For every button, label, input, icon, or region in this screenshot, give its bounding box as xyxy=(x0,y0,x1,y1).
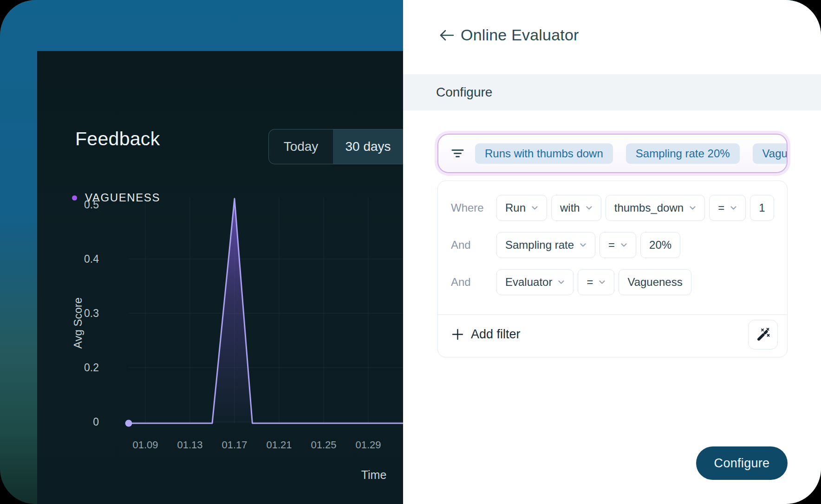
filter-select[interactable]: Sampling rate xyxy=(496,232,595,258)
filter-field-label: Evaluator xyxy=(505,276,552,289)
chevron-down-icon xyxy=(558,280,565,284)
chevron-down-icon xyxy=(730,206,737,210)
filter-value-input[interactable]: 1 xyxy=(750,195,774,221)
filter-field-label: Sampling rate xyxy=(505,239,574,252)
filter-value-input[interactable]: 20% xyxy=(640,232,680,258)
add-filter-button[interactable]: Add filter xyxy=(452,320,521,349)
y-axis-title: Avg Score xyxy=(72,297,85,349)
card-divider xyxy=(438,314,787,315)
filter-field-label: with xyxy=(560,201,580,214)
filter-row: AndSampling rate=20% xyxy=(451,232,684,258)
filter-select[interactable]: Evaluator xyxy=(496,269,573,295)
chevron-down-icon xyxy=(586,206,593,210)
filter-chip[interactable]: Sampling rate 20% xyxy=(626,143,740,164)
y-tick-label: 0.2 xyxy=(65,362,99,374)
chevron-down-icon xyxy=(580,243,586,247)
filter-connector-label: Where xyxy=(451,201,496,214)
filter-row: AndEvaluator=Vagueness xyxy=(451,269,696,295)
filter-summary-bar[interactable]: Runs with thumbs downSampling rate 20%Va… xyxy=(437,134,788,173)
filter-connector-label: And xyxy=(451,276,496,289)
chevron-down-icon xyxy=(599,280,606,284)
filter-field-label: Vagueness xyxy=(627,276,682,289)
filter-select[interactable]: thumbs_down xyxy=(606,195,705,221)
y-tick-label: 0.5 xyxy=(65,199,99,211)
filter-connector-label: And xyxy=(451,239,496,252)
y-tick-label: 0 xyxy=(65,416,99,428)
x-axis-title: Time xyxy=(361,468,387,482)
magic-wand-button[interactable] xyxy=(748,320,778,349)
magic-wand-icon xyxy=(756,328,770,342)
feedback-chart-panel: Feedback VAGUENESS Today30 days Avg Scor… xyxy=(37,51,403,504)
filter-field-label: = xyxy=(586,276,593,289)
plus-icon xyxy=(452,329,463,340)
y-tick-label: 0.3 xyxy=(65,307,99,320)
feedback-chart xyxy=(37,51,403,504)
y-tick-label: 0.4 xyxy=(65,253,99,265)
filter-field-label: = xyxy=(718,201,724,214)
x-tick-label: 01.13 xyxy=(168,439,212,451)
filter-card: Add filter WhereRunwiththumbs_down=1AndS… xyxy=(437,181,788,357)
add-filter-label: Add filter xyxy=(471,327,521,342)
panel-header: Online Evaluator xyxy=(439,26,579,44)
x-tick-label: 01.17 xyxy=(212,439,257,451)
chevron-down-icon xyxy=(620,243,627,247)
filter-field-label: Run xyxy=(505,201,526,214)
filter-select[interactable]: = xyxy=(599,232,636,258)
x-tick-label: 01.25 xyxy=(301,439,346,451)
x-tick-label: 01.29 xyxy=(346,439,391,451)
filter-field-label: thumbs_down xyxy=(614,201,684,214)
back-arrow-icon[interactable] xyxy=(439,29,455,42)
filter-select[interactable]: = xyxy=(578,269,614,295)
chevron-down-icon xyxy=(689,206,696,210)
filter-field-label: 20% xyxy=(649,239,671,252)
filter-select[interactable]: = xyxy=(709,195,746,221)
filter-chip[interactable]: Vagueness xyxy=(753,143,788,164)
filter-field-label: 1 xyxy=(759,201,765,214)
configure-button[interactable]: Configure xyxy=(696,446,788,480)
filter-chips: Runs with thumbs downSampling rate 20%Va… xyxy=(475,143,788,164)
filter-select[interactable]: Run xyxy=(496,195,547,221)
app-window: Feedback VAGUENESS Today30 days Avg Scor… xyxy=(0,0,821,504)
configure-section-header: Configure xyxy=(403,74,821,110)
x-tick-label: 01.21 xyxy=(257,439,301,451)
filter-chip[interactable]: Runs with thumbs down xyxy=(475,143,613,164)
online-evaluator-panel: Online Evaluator Configure Runs with thu… xyxy=(403,0,821,504)
filter-select[interactable]: with xyxy=(551,195,601,221)
page-title: Online Evaluator xyxy=(461,26,579,44)
filter-value-input[interactable]: Vagueness xyxy=(619,269,691,295)
filter-lines-icon xyxy=(451,149,464,158)
filter-row: WhereRunwiththumbs_down=1 xyxy=(451,195,778,221)
x-tick-label: 01.09 xyxy=(123,439,168,451)
filter-field-label: = xyxy=(608,239,615,252)
chevron-down-icon xyxy=(531,206,538,210)
